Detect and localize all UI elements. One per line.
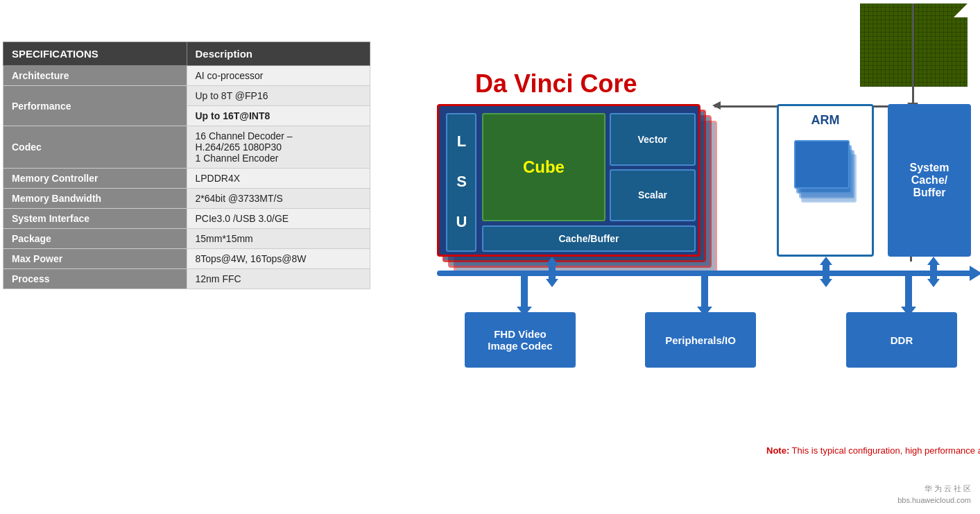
spec-value: 15mm*15mm: [187, 229, 370, 249]
table-row: Max Power 8Tops@4W, 16Tops@8W: [3, 249, 370, 269]
spec-label: Performance: [3, 86, 187, 126]
spec-label: Package: [3, 229, 187, 249]
spec-label: Max Power: [3, 249, 187, 269]
table-row: Package 15mm*15mm: [3, 229, 370, 249]
col-header-desc: Description: [187, 42, 370, 66]
syscache-box: System Cache/ Buffer: [888, 104, 971, 257]
spec-value: 8Tops@4W, 16Tops@8W: [187, 249, 370, 269]
vector-box: Vector: [610, 113, 696, 166]
spec-label: Process: [3, 269, 187, 289]
da-down-3: [927, 279, 940, 287]
arm-label: ARM: [811, 113, 840, 128]
table-row: Architecture AI co-processor: [3, 66, 370, 86]
table-row: Process 12nm FFC: [3, 269, 370, 289]
watermark-line1: 华 为 云 社 区: [897, 483, 971, 495]
bus-arrow-right: [970, 266, 980, 281]
core-double-arrow: [546, 257, 558, 287]
arm-card-sheet-4: [794, 140, 850, 189]
spec-label: Codec: [3, 126, 187, 169]
table-row: Memory Bandwidth 2*64bit @3733MT/S: [3, 189, 370, 209]
spec-label: Memory Bandwidth: [3, 189, 187, 209]
lsu-box: L S U: [446, 113, 476, 252]
v-line-ddr: [905, 276, 912, 311]
da-vinci-title: Da Vinci Core: [475, 69, 637, 98]
note-content: This is typical configuration, high perf…: [792, 445, 980, 456]
da-down-1: [546, 279, 558, 287]
syscache-label: System Cache/ Buffer: [895, 162, 964, 199]
table-row: Codec 16 Channel Decoder – H.264/265 108…: [3, 126, 370, 169]
v-line-fhd: [521, 276, 528, 311]
table-row: System Interface PCIe3.0 /USB 3.0/GE: [3, 209, 370, 229]
da-line-3: [930, 265, 937, 279]
bus-line: [437, 271, 974, 276]
spec-value: 12nm FFC: [187, 269, 370, 289]
note-area: Note: This is typical configuration, hig…: [766, 444, 980, 458]
scalar-box: Scalar: [610, 169, 696, 222]
spec-value: PCIe3.0 /USB 3.0/GE: [187, 209, 370, 229]
cube-vector-top: Cube Vector Scalar: [482, 113, 696, 221]
note-bold: Note:: [766, 445, 789, 456]
bottom-box-ddr: DDR: [846, 312, 957, 368]
table-row: Memory Controller LPDDR4X: [3, 169, 370, 189]
spec-label: System Interface: [3, 209, 187, 229]
col-header-specs: SPECIFICATIONS: [3, 42, 187, 66]
watermark: 华 为 云 社 区 bbs.huaweicloud.com: [897, 483, 971, 507]
arm-cards: [794, 140, 857, 216]
da-up-1: [546, 257, 558, 265]
ddr-label: DDR: [891, 334, 913, 346]
spec-value: 2*64bit @3733MT/S: [187, 189, 370, 209]
spec-value: Up to 8T @FP16: [187, 86, 370, 106]
watermark-line2: bbs.huaweicloud.com: [897, 495, 971, 507]
cache-buffer-box: Cache/Buffer: [482, 225, 696, 252]
spec-value: LPDDR4X: [187, 169, 370, 189]
spec-value: 16 Channel Decoder – H.264/265 1080P30 1…: [187, 126, 370, 169]
bottom-box-fhd: FHD VideoImage Codec: [465, 312, 576, 368]
chip-down-line: [912, 3, 914, 108]
front-card-inner: L S U Cube Vector Scalar Cache/Buffer: [439, 106, 703, 259]
syscache-double-arrow: [927, 257, 940, 287]
core-stack: L S U Cube Vector Scalar Cache/Buffer: [437, 104, 728, 284]
arm-double-arrow: [820, 257, 832, 287]
bottom-box-peripherals: Peripherals/IO: [645, 312, 756, 368]
da-up-3: [927, 257, 940, 265]
v-line-periph: [701, 276, 708, 311]
diagram-area: ↗ Da Vinci Core L S U Cube Vector Scala: [381, 0, 978, 514]
peripherals-label: Peripherals/IO: [665, 334, 736, 346]
table-row: Performance Up to 8T @FP16: [3, 86, 370, 106]
da-line-1: [549, 265, 556, 279]
spec-label: Memory Controller: [3, 169, 187, 189]
cube-box: Cube: [482, 113, 605, 221]
spec-value: AI co-processor: [187, 66, 370, 86]
da-up-2: [820, 257, 832, 265]
cube-vector-area: Cube Vector Scalar Cache/Buffer: [482, 113, 696, 252]
stack-card-front: L S U Cube Vector Scalar Cache/Buffer: [437, 104, 700, 257]
spec-label: Architecture: [3, 66, 187, 86]
da-line-2: [823, 265, 829, 279]
specs-table: SPECIFICATIONS Description Architecture …: [3, 42, 370, 289]
da-down-2: [820, 279, 832, 287]
fhd-label: FHD VideoImage Codec: [488, 328, 552, 352]
spec-value: Up to 16T@INT8: [187, 106, 370, 126]
arm-box: ARM: [777, 104, 874, 257]
vector-scalar-col: Vector Scalar: [610, 113, 696, 221]
